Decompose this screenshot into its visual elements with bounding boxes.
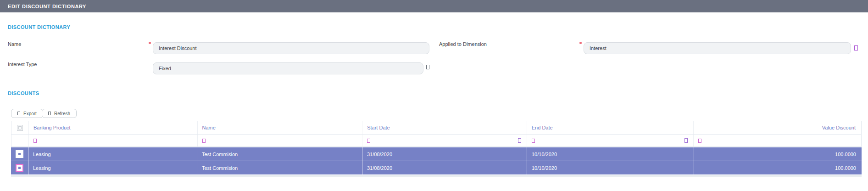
cell-end-date[interactable]: 10/10/2020 bbox=[527, 161, 694, 174]
refresh-button[interactable]: Refresh bbox=[42, 109, 77, 118]
cell-value-discount[interactable]: 100.0000 bbox=[694, 147, 862, 161]
horizontal-scrollbar[interactable] bbox=[11, 175, 862, 177]
refresh-icon bbox=[48, 112, 51, 115]
select-all-cell bbox=[11, 121, 29, 134]
cell-banking-product[interactable]: Leasing bbox=[28, 147, 197, 161]
filter-cell-end-date[interactable] bbox=[527, 135, 694, 146]
cell-name[interactable]: Test Commision bbox=[197, 147, 362, 161]
cell-banking-product[interactable]: Leasing bbox=[28, 161, 197, 174]
column-header-name[interactable]: Name bbox=[198, 121, 363, 134]
lookup-icon[interactable] bbox=[854, 45, 858, 51]
cell-start-date[interactable]: 31/08/2020 bbox=[362, 147, 527, 161]
cell-start-date[interactable]: 31/08/2020 bbox=[362, 161, 527, 174]
column-header-banking-product[interactable]: Banking Product bbox=[29, 121, 198, 134]
filter-cell-value-discount[interactable] bbox=[694, 135, 861, 146]
title-bar: EDIT DISCOUNT DICTIONARY bbox=[0, 0, 868, 12]
column-header-end-date[interactable]: End Date bbox=[527, 121, 694, 134]
row-checkbox[interactable] bbox=[16, 150, 23, 158]
interest-type-field-label: Interest Type bbox=[8, 62, 37, 67]
filter-icon[interactable] bbox=[367, 139, 370, 143]
calendar-icon[interactable] bbox=[684, 138, 688, 143]
column-header-start-date[interactable]: Start Date bbox=[362, 121, 527, 134]
cell-name[interactable]: Test Commision bbox=[197, 161, 362, 174]
select-all-checkbox[interactable] bbox=[17, 125, 23, 131]
applied-to-dimension-input[interactable] bbox=[584, 42, 851, 54]
edit-discount-dictionary-page: EDIT DISCOUNT DICTIONARY DISCOUNT DICTIO… bbox=[0, 0, 868, 191]
export-icon bbox=[17, 112, 20, 115]
filter-icon[interactable] bbox=[532, 139, 535, 143]
interest-type-input[interactable] bbox=[153, 62, 423, 74]
row-checkbox-cell bbox=[11, 161, 28, 174]
required-indicator bbox=[579, 42, 582, 44]
applied-to-dimension-field-label: Applied to Dimension bbox=[439, 41, 487, 47]
table-filter-row bbox=[11, 135, 862, 147]
calendar-icon[interactable] bbox=[518, 138, 521, 143]
filter-cell-banking-product[interactable] bbox=[29, 135, 198, 146]
row-checkbox-cell bbox=[11, 147, 28, 161]
table-row[interactable]: Leasing Test Commision 31/08/2020 10/10/… bbox=[11, 147, 862, 161]
name-input[interactable] bbox=[153, 42, 429, 54]
export-button[interactable]: Export bbox=[11, 109, 43, 118]
table-row[interactable]: Leasing Test Commision 31/08/2020 10/10/… bbox=[11, 161, 862, 174]
discounts-table: Banking Product Name Start Date End Date… bbox=[11, 121, 862, 177]
filter-cell-checkbox bbox=[11, 135, 29, 146]
name-field-label: Name bbox=[8, 41, 21, 47]
table-header-row: Banking Product Name Start Date End Date… bbox=[11, 121, 862, 135]
refresh-button-label: Refresh bbox=[54, 111, 70, 116]
filter-cell-start-date[interactable] bbox=[362, 135, 527, 146]
filter-cell-name[interactable] bbox=[198, 135, 363, 146]
cell-value-discount[interactable]: 100.0000 bbox=[694, 161, 862, 174]
section-heading-discount-dictionary: DISCOUNT DICTIONARY bbox=[8, 24, 70, 30]
filter-icon[interactable] bbox=[33, 139, 37, 143]
row-checkbox[interactable] bbox=[16, 164, 23, 172]
filter-icon[interactable] bbox=[698, 139, 701, 143]
required-indicator bbox=[149, 42, 151, 44]
dropdown-icon[interactable] bbox=[426, 65, 429, 69]
export-button-label: Export bbox=[23, 111, 37, 116]
cell-end-date[interactable]: 10/10/2020 bbox=[527, 147, 694, 161]
section-heading-discounts: DISCOUNTS bbox=[8, 90, 39, 96]
page-title: EDIT DISCOUNT DICTIONARY bbox=[8, 4, 86, 9]
column-header-value-discount[interactable]: Value Discount bbox=[694, 121, 861, 134]
filter-icon[interactable] bbox=[202, 139, 206, 143]
